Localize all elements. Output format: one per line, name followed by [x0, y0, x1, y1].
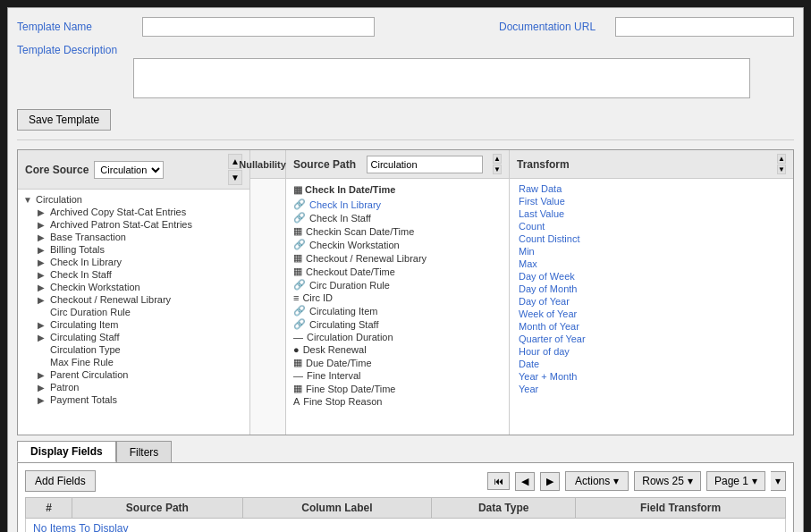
col-field-transform: Field Transform	[576, 498, 786, 519]
tree-item-patron[interactable]: ▶ Patron	[20, 381, 248, 393]
sp-checkin-workstation[interactable]: 🔗 Checkin Workstation	[288, 238, 507, 251]
tf-year[interactable]: Year	[511, 383, 791, 395]
page-split-button[interactable]: ▾	[771, 471, 786, 491]
expand-icon: ▶	[38, 333, 48, 342]
tree-root-label: Circulation	[36, 194, 82, 205]
rows-label: Rows 25	[642, 475, 684, 487]
doc-url-input[interactable]	[615, 17, 794, 37]
tab-filters[interactable]: Filters	[116, 441, 173, 462]
source-path-scroll-down[interactable]: ▼	[493, 165, 502, 174]
core-source-select[interactable]: Circulation	[94, 161, 164, 179]
tree-item-billing-totals[interactable]: ▶ Billing Totals	[20, 243, 248, 256]
tf-year-month[interactable]: Year + Month	[511, 370, 791, 383]
sp-checkout-datetime[interactable]: ▦ Checkout Date/Time	[288, 265, 507, 278]
grid-icon: ▦	[293, 225, 302, 237]
tree-item-label: Checkout / Renewal Library	[50, 294, 171, 305]
template-name-label: Template Name	[17, 21, 133, 33]
tf-month-of-year[interactable]: Month of Year	[511, 320, 791, 333]
tree-item-checkout-renewal[interactable]: ▶ Checkout / Renewal Library	[20, 293, 248, 306]
nav-first-button[interactable]: ⏮	[487, 472, 510, 490]
sp-check-in-datetime[interactable]: ▦ Check In Date/Time	[288, 182, 507, 198]
tf-count[interactable]: Count	[511, 220, 791, 232]
grid-icon: ▦	[293, 184, 302, 195]
sp-check-in-library[interactable]: 🔗 Check In Library	[288, 198, 507, 211]
link-icon: 🔗	[293, 279, 306, 291]
tree-item-max-fine-rule[interactable]: ▶ Max Fine Rule	[20, 356, 248, 368]
sp-circulating-staff[interactable]: 🔗 Circulating Staff	[288, 317, 507, 331]
tree-root[interactable]: ▼ Circulation	[20, 193, 248, 206]
template-name-input[interactable]	[142, 17, 375, 37]
sp-fine-interval[interactable]: — Fine Interval	[288, 369, 507, 382]
tf-last-value[interactable]: Last Value	[511, 207, 791, 220]
data-table: # Source Path Column Label Data Type Fie…	[25, 497, 786, 532]
nullability-scroll-area	[250, 179, 285, 435]
sp-circ-id[interactable]: ≡ Circ ID	[288, 291, 507, 304]
tf-raw-data[interactable]: Raw Data	[511, 182, 791, 195]
source-path-scroll-area[interactable]: ▦ Check In Date/Time 🔗 Check In Library …	[286, 179, 509, 435]
tree-item-check-in-staff[interactable]: ▶ Check In Staff	[20, 268, 248, 281]
nav-next-button[interactable]: ▶	[540, 472, 560, 491]
tree-item-label: Check In Staff	[50, 269, 112, 280]
tf-quarter-of-year[interactable]: Quarter of Year	[511, 333, 791, 345]
tf-day-of-year[interactable]: Day of Year	[511, 295, 791, 308]
add-fields-button[interactable]: Add Fields	[25, 470, 96, 492]
tf-first-value[interactable]: First Value	[511, 195, 791, 207]
minus-icon: —	[293, 370, 303, 381]
sp-check-in-staff[interactable]: 🔗 Check In Staff	[288, 211, 507, 224]
tree-item-archived-copy[interactable]: ▶ Archived Copy Stat-Cat Entries	[20, 206, 248, 218]
sp-checkout-renewal-library[interactable]: ▦ Checkout / Renewal Library	[288, 251, 507, 265]
tree-item-circulating-staff[interactable]: ▶ Circulating Staff	[20, 331, 248, 343]
actions-button[interactable]: Actions ▾	[565, 471, 629, 491]
tree-item-circ-duration-rule[interactable]: ▶ Circ Duration Rule	[20, 306, 248, 318]
tf-min[interactable]: Min	[511, 245, 791, 258]
sp-checkin-scan-datetime[interactable]: ▦ Checkin Scan Date/Time	[288, 224, 507, 238]
source-path-search[interactable]	[367, 156, 483, 173]
sp-fine-stop-reason[interactable]: A Fine Stop Reason	[288, 395, 507, 408]
link-icon: 🔗	[293, 318, 306, 330]
tf-day-of-month[interactable]: Day of Month	[511, 283, 791, 295]
sp-desk-renewal[interactable]: ● Desk Renewal	[288, 343, 507, 356]
link-icon: 🔗	[293, 305, 306, 317]
bars-icon: ≡	[293, 292, 299, 303]
sp-due-datetime[interactable]: ▦ Due Date/Time	[288, 356, 507, 369]
expand-icon: ▶	[38, 320, 48, 330]
nav-prev-button[interactable]: ◀	[515, 472, 535, 491]
tf-count-distinct[interactable]: Count Distinct	[511, 232, 791, 245]
save-template-button[interactable]: Save Template	[17, 109, 111, 131]
page-button[interactable]: Page 1 ▾	[706, 471, 765, 491]
sp-fine-stop-datetime[interactable]: ▦ Fine Stop Date/Time	[288, 382, 507, 395]
tab-display-fields[interactable]: Display Fields	[17, 441, 116, 462]
sp-circ-duration-rule[interactable]: 🔗 Circ Duration Rule	[288, 278, 507, 291]
rows-chevron-icon: ▾	[688, 475, 693, 487]
transform-scroll-up[interactable]: ▲	[777, 154, 786, 164]
template-desc-textarea[interactable]	[133, 58, 750, 98]
source-path-label: Source Path	[293, 158, 356, 171]
tf-week-of-year[interactable]: Week of Year	[511, 308, 791, 320]
tree-item-check-in-library[interactable]: ▶ Check In Library	[20, 256, 248, 268]
core-source-scroll-down[interactable]: ▼	[228, 170, 242, 185]
tree-item-payment-totals[interactable]: ▶ Payment Totals	[20, 393, 248, 406]
tree-item-checkin-workstation[interactable]: ▶ Checkin Workstation	[20, 281, 248, 293]
tree-item-archived-patron[interactable]: ▶ Archived Patron Stat-Cat Entries	[20, 218, 248, 231]
tree-root-expand-icon: ▼	[23, 195, 34, 205]
source-path-scroll-up[interactable]: ▲	[493, 154, 502, 164]
tf-hour-of-day[interactable]: Hour of day	[511, 345, 791, 358]
rows-button[interactable]: Rows 25 ▾	[634, 471, 701, 491]
tree-item-circulating-item[interactable]: ▶ Circulating Item	[20, 318, 248, 331]
doc-url-label: Documentation URL	[499, 21, 606, 33]
tree-item-circulation-type[interactable]: ▶ Circulation Type	[20, 343, 248, 356]
no-items-message: No Items To Display	[33, 519, 128, 532]
tf-date[interactable]: Date	[511, 358, 791, 370]
tree-scroll-area[interactable]: ▼ Circulation ▶ Archived Copy Stat-Cat E…	[18, 190, 249, 435]
tree-item-base-transaction[interactable]: ▶ Base Transaction	[20, 231, 248, 243]
tf-day-of-week[interactable]: Day of Week	[511, 270, 791, 283]
transform-scroll-area[interactable]: Raw Data First Value Last Value Count Co…	[510, 179, 793, 435]
sp-circulating-item[interactable]: 🔗 Circulating Item	[288, 304, 507, 317]
tf-max[interactable]: Max	[511, 258, 791, 270]
sp-circulation-duration[interactable]: — Circulation Duration	[288, 331, 507, 343]
tree-item-parent-circulation[interactable]: ▶ Parent Circulation	[20, 368, 248, 381]
empty-row: No Items To Display	[26, 519, 786, 533]
tree-item-label: Max Fine Rule	[50, 357, 114, 367]
transform-scroll-down[interactable]: ▼	[777, 165, 786, 174]
tree-item-label: Circulation Type	[50, 344, 121, 355]
